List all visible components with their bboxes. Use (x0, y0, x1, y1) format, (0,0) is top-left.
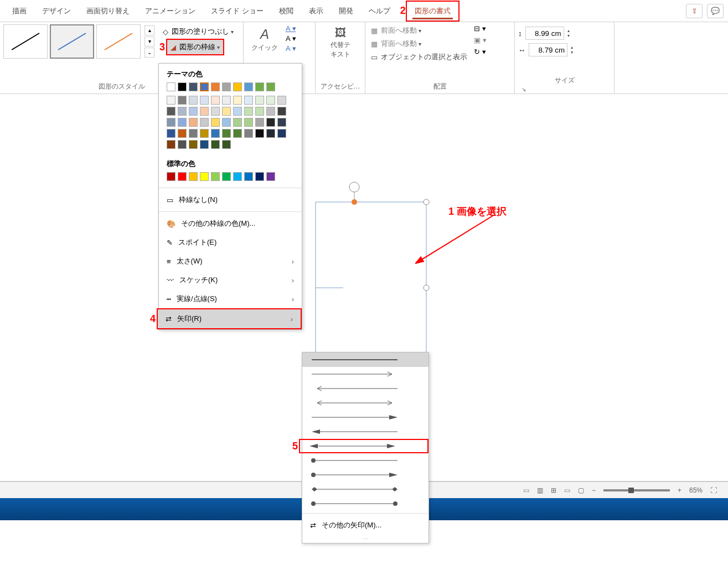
send-backward-icon: ▦ (371, 40, 378, 48)
palette-icon: 🎨 (167, 220, 175, 228)
svg-line-10 (421, 216, 493, 260)
tab-slideshow[interactable]: スライド ショー (203, 2, 271, 20)
view-reading-icon[interactable]: ▭ (564, 486, 570, 494)
annot-2: 2 (400, 5, 406, 17)
wordart-A-icon: A (260, 27, 269, 42)
align-icon[interactable]: ⊟ ▾ (474, 24, 487, 33)
tab-help[interactable]: ヘルプ (361, 2, 398, 20)
eyedropper-icon: ✎ (167, 239, 173, 247)
svg-line-1 (58, 33, 86, 50)
ribbon: ▴▾⌄ ◇ 図形の塗りつぶし 3 ◢ 図形の枠線 図形のスタイル (0, 22, 728, 94)
svg-point-3 (349, 182, 359, 192)
rotate-icon[interactable]: ↻ ▾ (474, 48, 487, 56)
arrow-dot-right[interactable] (302, 453, 428, 468)
view-sorter-icon[interactable]: ⊞ (551, 486, 556, 494)
tab-shape-format[interactable]: 図形の書式 (406, 1, 459, 22)
weight[interactable]: ≡太さ(W)› (159, 252, 302, 271)
svg-point-23 (311, 501, 316, 506)
view-normal-icon[interactable]: ▥ (537, 486, 543, 494)
arrow-none[interactable] (302, 353, 428, 367)
group-icon[interactable]: ▣ ▾ (474, 36, 487, 44)
theme-tints[interactable] (159, 96, 302, 153)
arrow-left-filled[interactable] (302, 424, 428, 439)
ribbon-tabs: 描画 デザイン 画面切り替え アニメーション スライド ショー 校閲 表示 開発… (0, 0, 728, 22)
tab-animations[interactable]: アニメーション (137, 2, 203, 20)
bring-forward-icon: ▦ (371, 27, 378, 35)
comments-button[interactable]: 💬 (707, 4, 724, 18)
more-outline-colors[interactable]: 🎨その他の枠線の色(M)... (159, 214, 302, 233)
dashes-icon: ┅ (167, 295, 171, 303)
more-arrows[interactable]: ⇄その他の矢印(M)... (302, 516, 428, 520)
annot-5: 5 (292, 441, 298, 452)
svg-point-18 (311, 458, 316, 463)
selection-pane-icon: ▭ (371, 53, 378, 61)
selection-pane[interactable]: ▭オブジェクトの選択と表示 (369, 51, 469, 63)
text-effects-icon[interactable]: A ▾ (286, 44, 296, 53)
share-button[interactable]: ⇪ (686, 4, 703, 18)
no-outline-icon: ▭ (167, 196, 173, 204)
comment-icon: 💬 (711, 7, 720, 15)
width-input[interactable]: ↔ ▴▾ (518, 43, 611, 56)
tab-review[interactable]: 校閲 (271, 2, 301, 20)
arrow-right-open[interactable] (302, 367, 428, 381)
gallery-more[interactable]: ▴▾⌄ (144, 25, 155, 58)
height-icon: ↕ (518, 29, 522, 38)
arrow-both-filled[interactable] (299, 439, 428, 453)
quick-styles[interactable]: A クイック (247, 24, 282, 55)
tab-draw[interactable]: 描画 (4, 2, 34, 20)
svg-line-0 (12, 33, 39, 50)
sketch-icon: 〰 (167, 276, 174, 284)
tab-developer[interactable]: 開発 (331, 2, 361, 20)
height-input[interactable]: ↕ ▴▾ (518, 27, 611, 40)
standard-colors[interactable] (159, 172, 302, 185)
no-outline[interactable]: ▭枠線なし(N) (159, 190, 302, 209)
svg-point-20 (311, 473, 316, 477)
arrow-diamond-both[interactable] (302, 482, 428, 496)
eyedropper[interactable]: ✎スポイト(E) (159, 233, 302, 252)
weight-icon: ≡ (167, 257, 171, 266)
arrow-dot-both[interactable] (302, 496, 428, 511)
submenu-arrows: 5 ⇄その他の矢印(M)... ⋯ (302, 352, 429, 520)
tab-transitions[interactable]: 画面切り替え (79, 2, 137, 20)
arrow-both-open[interactable] (302, 396, 428, 410)
annot-3: 3 (159, 42, 165, 53)
arrow-left-open[interactable] (302, 381, 428, 396)
shape-fill[interactable]: ◇ 図形の塗りつぶし (159, 24, 237, 39)
sketch[interactable]: 〰スケッチ(K)› (159, 271, 302, 289)
outline-icon: ◢ (171, 43, 176, 51)
annot-4: 4 (150, 313, 156, 325)
style-gallery[interactable]: ▴▾⌄ (3, 24, 155, 59)
svg-point-7 (352, 199, 357, 205)
alt-text-icon: 🖼 (335, 27, 346, 39)
arrows[interactable]: ⇄矢印(R)› (157, 308, 302, 329)
zoom-in[interactable]: + (678, 486, 681, 494)
svg-point-9 (424, 285, 429, 291)
svg-point-25 (393, 501, 397, 506)
view-slideshow-icon[interactable]: ▢ (578, 486, 584, 494)
zoom-out[interactable]: − (592, 486, 596, 494)
send-backward[interactable]: ▦背面へ移動 (369, 38, 469, 50)
fit-icon[interactable]: ⛶ (710, 486, 717, 494)
arrow-dot-right-filled[interactable] (302, 468, 428, 482)
dashes[interactable]: ┅実線/点線(S)› (159, 289, 302, 308)
tab-view[interactable]: 表示 (301, 2, 331, 20)
arrows-icon: ⇄ (166, 315, 172, 323)
bring-forward[interactable]: ▦前面へ移動 (369, 24, 469, 37)
menu-shape-outline: テーマの色 標準の色 ▭枠線なし(N) 🎨その他の枠線の色(M)... ✎スポイ… (158, 63, 302, 330)
text-fill-icon[interactable]: A ▾ (286, 24, 296, 33)
arrow-right-filled[interactable] (302, 410, 428, 424)
svg-line-2 (105, 33, 132, 50)
shape-outline[interactable]: ◢ 図形の枠線 (166, 39, 224, 55)
share-icon: ⇪ (691, 7, 698, 15)
fill-icon: ◇ (163, 28, 168, 36)
view-notes-icon[interactable]: ▭ (523, 486, 529, 494)
theme-colors[interactable] (159, 82, 302, 96)
svg-point-8 (424, 199, 429, 205)
zoom-value: 65% (689, 486, 703, 494)
alt-text[interactable]: 🖼 代替テ キスト (319, 24, 362, 61)
text-outline-icon[interactable]: A ▾ (286, 34, 296, 43)
zoom-slider[interactable] (603, 489, 670, 491)
width-icon: ↔ (518, 46, 525, 54)
tab-design[interactable]: デザイン (34, 2, 79, 20)
